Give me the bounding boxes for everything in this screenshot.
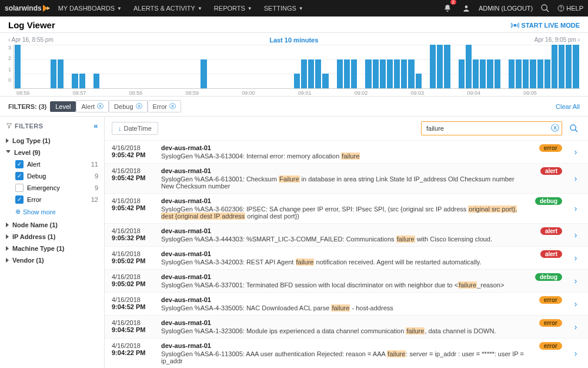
log-row[interactable]: 4/16/20189:04:52 PMdev-aus-rmat-01Syslog… — [105, 292, 588, 315]
chart-bar[interactable] — [15, 45, 21, 88]
search-input[interactable] — [424, 125, 551, 132]
chart-bar[interactable] — [552, 45, 557, 88]
filter-group[interactable]: Log Type (1) — [6, 135, 98, 147]
remove-chip-icon[interactable]: ⓧ — [169, 102, 176, 111]
log-row[interactable]: 4/16/20189:04:22 PMdev-aus-rmat-01Syslog… — [105, 338, 588, 368]
chart-right-arrow[interactable]: Apr 16, 9:05 pm › — [534, 37, 580, 44]
filter-group[interactable]: Level (9) — [6, 147, 98, 158]
chart-bar[interactable] — [566, 45, 572, 88]
chart-bar[interactable] — [437, 45, 443, 88]
expand-row-icon[interactable]: › — [570, 273, 581, 289]
clear-all-filters-link[interactable]: Clear All — [556, 103, 580, 110]
chart-bar[interactable] — [301, 59, 307, 88]
admin-logout-link[interactable]: ADMIN (LOGOUT) — [479, 5, 533, 12]
help-link[interactable]: HELP — [557, 5, 583, 12]
chart-bar[interactable] — [573, 45, 579, 88]
chart-bar[interactable] — [58, 59, 64, 88]
chart-left-arrow[interactable]: ‹ Apr 16, 8:55 pm — [8, 37, 54, 44]
datetime-sort-button[interactable]: ↓ DateTime — [112, 122, 158, 135]
search-submit-icon[interactable] — [567, 124, 581, 133]
chart-bar[interactable] — [401, 59, 407, 88]
chart-bar[interactable] — [394, 59, 400, 88]
chart-bar[interactable] — [416, 74, 422, 88]
chart-bar[interactable] — [201, 59, 206, 88]
chart-bar[interactable] — [72, 74, 78, 88]
expand-row-icon[interactable]: › — [570, 144, 581, 160]
filter-item[interactable]: Debug9 — [6, 170, 98, 182]
chart-bar[interactable] — [294, 74, 300, 88]
nav-item[interactable]: ALERTS & ACTIVITY ▼ — [128, 5, 208, 12]
nav-item[interactable]: MY DASHBOARDS ▼ — [52, 5, 128, 12]
chart-bar[interactable] — [373, 59, 379, 88]
chart-bar[interactable] — [516, 59, 522, 88]
checkbox-icon[interactable] — [15, 172, 24, 180]
search-box[interactable]: ⓧ — [421, 121, 562, 135]
search-icon[interactable] — [539, 2, 552, 15]
chart-bar[interactable] — [315, 59, 321, 88]
chart-bar[interactable] — [523, 59, 529, 88]
filter-group[interactable]: IP Address (1) — [6, 231, 98, 243]
start-live-mode-button[interactable]: START LIVE MODE — [511, 21, 580, 29]
filter-group[interactable]: Node Name (1) — [6, 219, 98, 231]
log-row[interactable]: 4/16/20189:05:42 PMdev-aus-rmat-01Syslog… — [105, 140, 588, 163]
chart-bar[interactable] — [351, 59, 357, 88]
event-chart[interactable]: ‹ Apr 16, 8:55 pm Last 10 minutes Apr 16… — [0, 33, 588, 96]
filter-chip[interactable]: Alert ⓧ — [76, 100, 109, 112]
nav-item[interactable]: SETTINGS ▼ — [258, 5, 309, 12]
expand-row-icon[interactable]: › — [570, 342, 581, 364]
chart-bar[interactable] — [473, 59, 479, 88]
collapse-sidebar-icon[interactable]: « — [93, 121, 98, 130]
filter-chip[interactable]: Level — [50, 101, 76, 112]
remove-chip-icon[interactable]: ⓧ — [136, 102, 142, 111]
log-row[interactable]: 4/16/20189:04:52 PMdev-aus-rmat-01Syslog… — [105, 315, 588, 338]
show-more-link[interactable]: ⊕ Show more — [6, 205, 98, 219]
user-icon[interactable] — [460, 2, 473, 15]
checkbox-icon[interactable] — [15, 184, 24, 192]
filter-chip[interactable]: Debug ⓧ — [109, 100, 147, 112]
expand-row-icon[interactable]: › — [570, 296, 581, 311]
nav-item[interactable]: REPORTS ▼ — [208, 5, 258, 12]
chart-bar[interactable] — [387, 59, 393, 88]
log-row[interactable]: 4/16/20189:05:42 PMdev-aus-rmat-01Syslog… — [105, 163, 588, 193]
chart-bar[interactable] — [530, 59, 536, 88]
expand-row-icon[interactable]: › — [570, 197, 581, 220]
chart-bar[interactable] — [365, 59, 371, 88]
chart-bar[interactable] — [308, 59, 314, 88]
filter-group[interactable]: Machine Type (1) — [6, 243, 98, 254]
filter-item[interactable]: Alert11 — [6, 158, 98, 170]
chart-bar[interactable] — [380, 59, 386, 88]
checkbox-icon[interactable] — [15, 160, 24, 168]
filter-item[interactable]: Emergency9 — [6, 182, 98, 194]
expand-row-icon[interactable]: › — [570, 167, 581, 190]
chart-bar[interactable] — [408, 59, 414, 88]
checkbox-icon[interactable] — [15, 195, 24, 204]
chart-bar[interactable] — [495, 59, 500, 88]
log-row[interactable]: 4/16/20189:05:32 PMdev-aus-rmat-01Syslog… — [105, 223, 588, 246]
chart-bar[interactable] — [444, 45, 450, 88]
notification-bell-icon[interactable]: 2 — [441, 2, 454, 15]
chart-bar[interactable] — [93, 74, 99, 88]
remove-chip-icon[interactable]: ⓧ — [97, 102, 103, 111]
expand-row-icon[interactable]: › — [570, 319, 581, 334]
chart-bar[interactable] — [544, 59, 550, 88]
chart-bar[interactable] — [322, 74, 328, 88]
filter-group[interactable]: Vendor (1) — [6, 254, 98, 266]
brand[interactable]: solarwinds — [5, 4, 48, 12]
filter-item[interactable]: Error12 — [6, 194, 98, 205]
log-row[interactable]: 4/16/20189:05:02 PMdev-aus-rmat-01Syslog… — [105, 246, 588, 269]
chart-bar[interactable] — [337, 59, 343, 88]
chart-bar[interactable] — [466, 45, 472, 88]
chart-bar[interactable] — [430, 45, 436, 88]
filter-chip[interactable]: Error ⓧ — [148, 100, 181, 112]
chart-bar[interactable] — [487, 59, 493, 88]
chart-bar[interactable] — [509, 59, 514, 88]
chart-bar[interactable] — [79, 74, 85, 88]
chart-bar[interactable] — [51, 59, 56, 88]
expand-row-icon[interactable]: › — [570, 227, 581, 243]
chart-bar[interactable] — [559, 45, 564, 88]
expand-row-icon[interactable]: › — [570, 250, 581, 266]
log-row[interactable]: 4/16/20189:05:02 PMdev-aus-rmat-01Syslog… — [105, 269, 588, 292]
chart-bar[interactable] — [480, 59, 486, 88]
chart-bar[interactable] — [344, 59, 350, 88]
chart-bar[interactable] — [459, 59, 465, 88]
